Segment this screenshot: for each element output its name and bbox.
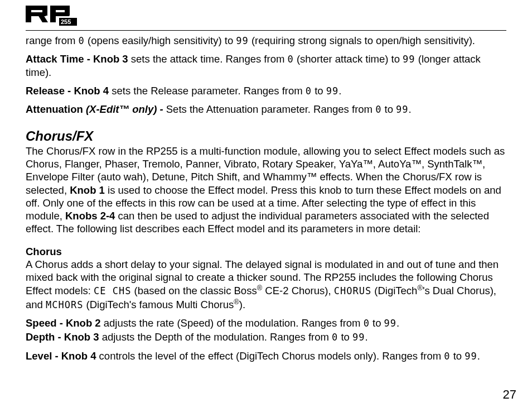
para-attenuation: Attenuation (X-Edit™ only) - Sets the At…	[26, 103, 506, 116]
param-label-note: (X-Edit™ only) -	[86, 103, 166, 115]
lcd-value: 99	[465, 351, 477, 362]
logo-rp255: 255	[26, 6, 87, 29]
lcd-value: 0	[332, 332, 338, 343]
svg-rect-8	[50, 12, 69, 16]
page-number: 27	[503, 387, 516, 402]
lcd-value: 0	[306, 85, 312, 97]
param-label: Attack Time - Knob 3	[26, 53, 128, 65]
knob-ref: Knob 1	[70, 184, 105, 196]
param-label: Level - Knob 4	[26, 350, 96, 362]
param-label: Depth - Knob 3	[26, 331, 99, 343]
lcd-value: 0	[375, 104, 381, 115]
para-range-sensitivity: range from 0 (opens easily/high sensitiv…	[26, 34, 506, 47]
para-release: Release - Knob 4 sets the Release parame…	[26, 84, 506, 97]
knob-ref: Knobs 2-4	[65, 210, 115, 222]
lcd-model: CHORUS	[334, 286, 371, 297]
body-text: range from 0 (opens easily/high sensitiv…	[26, 34, 506, 362]
para-speed: Speed - Knob 2 adjusts the rate (Speed) …	[26, 317, 506, 329]
param-label: Speed - Knob 2	[26, 317, 101, 329]
section-heading-chorusfx: Chorus/FX	[26, 128, 506, 145]
para-chorusfx-intro: The Chorus/FX row in the RP255 is a mult…	[26, 145, 506, 235]
logo-number: 255	[61, 18, 71, 25]
lcd-value: 99	[384, 318, 396, 329]
lcd-value: 99	[326, 85, 338, 97]
svg-marker-4	[38, 15, 48, 22]
lcd-model: CE CHS	[94, 286, 131, 297]
lcd-value: 0	[79, 35, 85, 46]
para-level: Level - Knob 4 controls the level of the…	[26, 349, 506, 362]
param-label: Attenuation	[26, 103, 86, 115]
lcd-value: 99	[352, 332, 365, 343]
lcd-value: 0	[288, 54, 294, 65]
param-label: Release - Knob 4	[26, 85, 109, 97]
para-chorus-desc: A Chorus adds a short delay to your sign…	[26, 258, 506, 311]
lcd-model: MCHORS	[46, 299, 83, 310]
para-depth: Depth - Knob 3 adjusts the Depth of the …	[26, 330, 506, 343]
lcd-value: 99	[403, 54, 415, 65]
subheading-chorus: Chorus	[26, 245, 506, 258]
lcd-value: 99	[396, 104, 408, 115]
lcd-value: 0	[444, 351, 450, 362]
header-rule: 255	[26, 6, 506, 31]
lcd-value: 0	[364, 318, 370, 329]
lcd-value: 99	[236, 35, 248, 46]
para-attack-time: Attack Time - Knob 3 sets the attack tim…	[26, 52, 506, 78]
